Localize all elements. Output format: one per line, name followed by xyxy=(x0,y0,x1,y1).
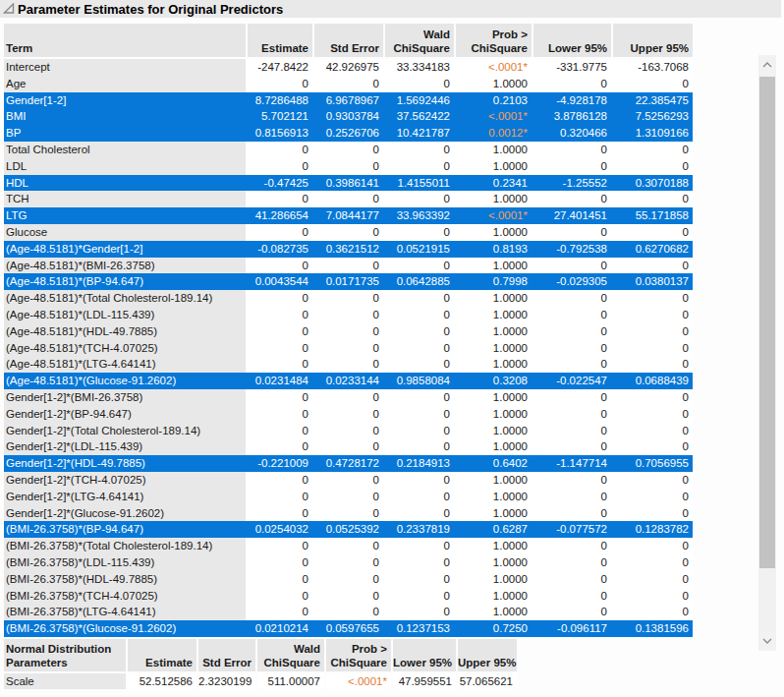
jmp-report-panel: Parameter Estimates for Original Predict… xyxy=(0,0,784,697)
table-row[interactable]: (Age-48.5181)*(BP-94.647)0.00435440.0171… xyxy=(4,273,693,290)
cell-std-error: 7.0844177 xyxy=(314,207,383,224)
table-row[interactable]: (BMI-26.3758)*(Total Cholesterol-189.14)… xyxy=(4,538,693,554)
cell-lower-95: 3.8786128 xyxy=(533,108,611,125)
cell-term: (BMI-26.3758)*(HDL-49.7885) xyxy=(4,571,246,588)
cell-wald-chisquare: 0 xyxy=(385,356,454,373)
table-row[interactable]: (Age-48.5181)*(LTG-4.64141)0001.000000 xyxy=(4,356,693,373)
cell-estimate: 5.702121 xyxy=(248,108,312,125)
table-row[interactable]: Gender[1-2]8.72864886.96789671.56924460.… xyxy=(4,92,693,109)
table-row[interactable]: HDL-0.474250.39861411.41550110.2341-1.25… xyxy=(4,175,693,192)
column-header-prob-chisquare[interactable]: Prob > ChiSquare xyxy=(326,639,391,671)
cell-wald-chisquare: 0.2337819 xyxy=(385,521,454,538)
cell-upper-95: 0 xyxy=(613,389,693,406)
cell-upper-95: 0 xyxy=(613,588,693,605)
cell-std-error: 0 xyxy=(314,554,383,571)
cell-term: (Age-48.5181)*(BMI-26.3758) xyxy=(4,258,246,274)
cell-prob-chisquare: 1.0000 xyxy=(456,224,532,241)
cell-term: Gender[1-2]*(HDL-49.7885) xyxy=(4,455,246,472)
table-row[interactable]: Gender[1-2]*(TCH-4.07025)0001.000000 xyxy=(4,472,693,489)
table-row[interactable]: (Age-48.5181)*(LDL-115.439)0001.000000 xyxy=(4,307,693,323)
cell-wald-chisquare: 0 xyxy=(385,571,454,588)
scroll-down-button[interactable] xyxy=(758,631,776,651)
column-header-wald-chisquare[interactable]: Wald ChiSquare xyxy=(385,24,454,57)
table-row[interactable]: BMI5.7021210.930378437.562422<.0001*3.87… xyxy=(4,108,693,125)
column-header-wald-chisquare[interactable]: Wald ChiSquare xyxy=(257,639,324,671)
table-row[interactable]: Gender[1-2]*(LTG-4.64141)0001.000000 xyxy=(4,489,693,505)
column-header-upper-95[interactable]: Upper 95% xyxy=(458,639,517,671)
table-row[interactable]: Age0001.000000 xyxy=(4,76,693,92)
table-row[interactable]: (BMI-26.3758)*(LTG-4.64141)0001.000000 xyxy=(4,604,693,620)
table-row[interactable]: Total Cholesterol0001.000000 xyxy=(4,142,693,158)
table-row-scale[interactable]: Scale 52.512586 2.3230199 511.00007 <.00… xyxy=(4,673,517,689)
table-row[interactable]: LTG41.2866547.084417733.963392<.0001*27.… xyxy=(4,207,693,224)
column-header-std-error[interactable]: Std Error xyxy=(314,24,383,57)
column-header-lower-95[interactable]: Lower 95% xyxy=(533,24,611,57)
cell-upper-95: 0.0688439 xyxy=(613,373,693,389)
table-row[interactable]: Glucose0001.000000 xyxy=(4,224,693,241)
disclosure-triangle-icon[interactable] xyxy=(3,3,15,15)
column-header-upper-95[interactable]: Upper 95% xyxy=(613,24,693,57)
table-row[interactable]: (BMI-26.3758)*(LDL-115.439)0001.000000 xyxy=(4,554,693,571)
cell-prob-chisquare: 1.0000 xyxy=(456,76,532,92)
table-row[interactable]: (BMI-26.3758)*(BP-94.647)0.02540320.0525… xyxy=(4,521,693,538)
cell-upper-95: 0 xyxy=(613,406,693,423)
table-row[interactable]: (Age-48.5181)*(HDL-49.7885)0001.000000 xyxy=(4,323,693,340)
scale-std-error: 2.3230199 xyxy=(198,673,255,689)
cell-prob-chisquare: 1.0000 xyxy=(456,290,532,307)
table-row[interactable]: Gender[1-2]*(Glucose-91.2602)0001.000000 xyxy=(4,505,693,522)
cell-wald-chisquare: 0 xyxy=(385,389,454,406)
cell-prob-chisquare: 1.0000 xyxy=(456,571,532,588)
cell-lower-95: 0 xyxy=(533,423,611,439)
cell-estimate: 0 xyxy=(248,406,312,423)
cell-lower-95: 0 xyxy=(533,258,611,274)
vertical-scrollbar[interactable] xyxy=(758,55,776,651)
cell-prob-chisquare: 1.0000 xyxy=(456,604,532,620)
column-header-lower-95[interactable]: Lower 95% xyxy=(393,639,456,671)
column-header-estimate[interactable]: Estimate xyxy=(128,639,196,671)
table-row[interactable]: (Age-48.5181)*(BMI-26.3758)0001.000000 xyxy=(4,258,693,274)
cell-std-error: 0.3621512 xyxy=(314,241,383,258)
cell-lower-95: -0.077572 xyxy=(533,521,611,538)
cell-prob-chisquare: 1.0000 xyxy=(456,505,532,522)
column-header-estimate[interactable]: Estimate xyxy=(248,24,312,57)
scroll-up-button[interactable] xyxy=(758,55,776,75)
table-row[interactable]: (BMI-26.3758)*(HDL-49.7885)0001.000000 xyxy=(4,571,693,588)
cell-upper-95: 0.3070188 xyxy=(613,175,693,192)
column-header-term[interactable]: Term xyxy=(4,24,246,57)
table-row[interactable]: (Age-48.5181)*(Total Cholesterol-189.14)… xyxy=(4,290,693,307)
table-row[interactable]: LDL0001.000000 xyxy=(4,158,693,175)
cell-term: Glucose xyxy=(4,224,246,241)
cell-lower-95: 0 xyxy=(533,340,611,357)
table-row[interactable]: (BMI-26.3758)*(Glucose-91.2602)0.0210214… xyxy=(4,620,693,637)
cell-lower-95: 0 xyxy=(533,323,611,340)
column-header-prob-chisquare[interactable]: Prob > ChiSquare xyxy=(456,24,532,57)
cell-term: Gender[1-2]*(BMI-26.3758) xyxy=(4,389,246,406)
table-row[interactable]: Intercept-247.842242.92697533.334183<.00… xyxy=(4,59,693,76)
table-row[interactable]: Gender[1-2]*(BMI-26.3758)0001.000000 xyxy=(4,389,693,406)
outline-title-bar[interactable]: Parameter Estimates for Original Predict… xyxy=(0,0,781,18)
table-row[interactable]: (Age-48.5181)*(TCH-4.07025)0001.000000 xyxy=(4,340,693,357)
cell-upper-95: 0 xyxy=(613,224,693,241)
cell-std-error: 42.926975 xyxy=(314,59,383,76)
scrollbar-thumb[interactable] xyxy=(759,77,775,568)
column-header-std-error[interactable]: Std Error xyxy=(198,639,255,671)
column-header-normal-distribution-parameters[interactable]: Normal Distribution Parameters xyxy=(4,639,126,671)
cell-std-error: 0.2526706 xyxy=(314,125,383,142)
table-row[interactable]: Gender[1-2]*(BP-94.647)0001.000000 xyxy=(4,406,693,423)
table-row[interactable]: BP0.81569130.252670610.4217870.0012*0.32… xyxy=(4,125,693,142)
cell-upper-95: 55.171858 xyxy=(613,207,693,224)
cell-estimate: 0 xyxy=(248,224,312,241)
table-row[interactable]: (Age-48.5181)*Gender[1-2]-0.0827350.3621… xyxy=(4,241,693,258)
table-row[interactable]: TCH0001.000000 xyxy=(4,191,693,207)
table-row[interactable]: (BMI-26.3758)*(TCH-4.07025)0001.000000 xyxy=(4,588,693,605)
cell-std-error: 0.0171735 xyxy=(314,273,383,290)
table-row[interactable]: Gender[1-2]*(LDL-115.439)0001.000000 xyxy=(4,438,693,455)
cell-prob-chisquare: 1.0000 xyxy=(456,389,532,406)
cell-lower-95: 0.320466 xyxy=(533,125,611,142)
table-row[interactable]: (Age-48.5181)*(Glucose-91.2602)0.0231484… xyxy=(4,373,693,389)
table-row[interactable]: Gender[1-2]*(Total Cholesterol-189.14)00… xyxy=(4,423,693,439)
table-row[interactable]: Gender[1-2]*(HDL-49.7885)-0.2210090.4728… xyxy=(4,455,693,472)
cell-lower-95: 0 xyxy=(533,76,611,92)
cell-prob-chisquare: 1.0000 xyxy=(456,423,532,439)
cell-std-error: 0 xyxy=(314,406,383,423)
